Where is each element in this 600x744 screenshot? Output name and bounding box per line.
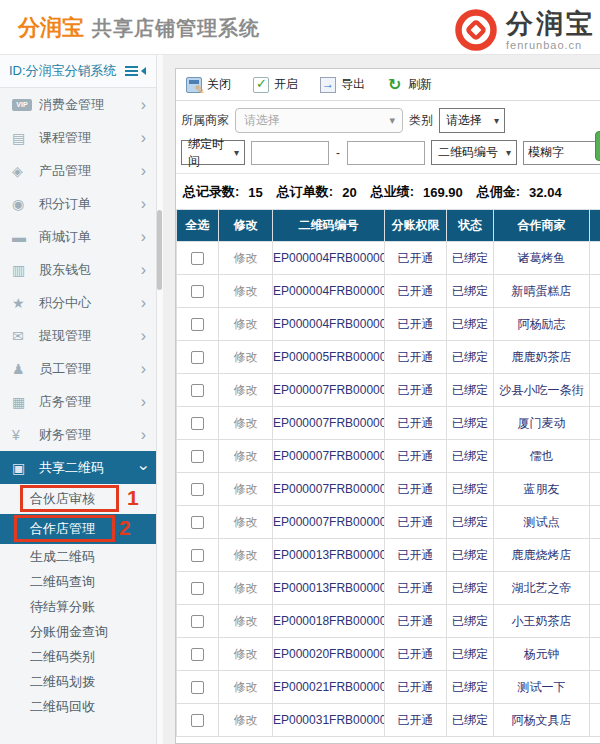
sidebar-header: ID:分润宝分销系统 [0,55,156,88]
sidebar-item-label: 积分订单 [39,195,141,213]
row-checkbox[interactable] [191,714,204,727]
permission-status: 已开通 [385,473,447,506]
sidebar-item-points-center[interactable]: ★积分中心› [0,286,156,319]
sidebar-subitem-qrcode-recycle[interactable]: 二维码回收 [0,694,156,719]
checkbox-cell [177,539,219,572]
row-checkbox[interactable] [191,615,204,628]
export-button[interactable]: 导出 [320,76,365,93]
row-checkbox[interactable] [191,450,204,463]
sidebar-subitem-coop-store-manage[interactable]: 合作店管理2 [0,514,156,544]
sidebar-subitem-partner-store-audit[interactable]: 合伙店审核1 [0,484,156,514]
edit-link[interactable]: 修改 [234,416,258,430]
sidebar-item-product[interactable]: ◈产品管理› [0,154,156,187]
sidebar-subitem-pending-settlement[interactable]: 待结算分账 [0,594,156,619]
search-button[interactable] [595,131,600,161]
time-type-select[interactable]: 绑定时间 ▾ [181,140,245,165]
sidebar-item-points-order[interactable]: ◉积分订单› [0,187,156,220]
edit-link[interactable]: 修改 [234,482,258,496]
edit-link[interactable]: 修改 [234,713,258,727]
open-button[interactable]: 开启 [253,76,298,93]
sidebar-item-mall-order[interactable]: ▬商城订单› [0,220,156,253]
refresh-button[interactable]: 刷新 [387,76,432,93]
sidebar-subitem-qrcode-query[interactable]: 二维码查询 [0,569,156,594]
qrcode-number: EP000020FRB0000010 [273,638,385,671]
sidebar-subitem-label: 二维码划拨 [30,673,95,691]
edit-link[interactable]: 修改 [234,383,258,397]
row-checkbox[interactable] [191,384,204,397]
annotation-number: 2 [119,516,131,540]
table-row: 修改EP000007FRB0000005已开通已绑定测试点 [177,506,600,539]
qrcode-number: EP000004FRB0000002 [273,275,385,308]
sidebar-item-shareholder-wallet[interactable]: ▥股东钱包› [0,253,156,286]
sidebar-item-shared-qrcode[interactable]: ▣共享二维码› [0,451,156,484]
staff-icon: ♟ [12,361,32,377]
sidebar-subitem-label: 二维码回收 [30,698,95,716]
refresh-icon [387,77,403,93]
edit-link[interactable]: 修改 [234,647,258,661]
category-select[interactable]: 请选择 ▾ [439,108,505,133]
edit-cell: 修改 [219,638,273,671]
sidebar-item-finance[interactable]: ¥财务管理› [0,418,156,451]
row-checkbox[interactable] [191,351,204,364]
row-checkbox[interactable] [191,549,204,562]
orders-value: 20 [342,185,356,200]
coin-logo-icon [454,8,498,52]
row-checkbox[interactable] [191,681,204,694]
edit-link[interactable]: 修改 [234,581,258,595]
column-header: 分账权限 [385,210,447,242]
edit-link[interactable]: 修改 [234,350,258,364]
sidebar-subitem-label: 二维码类别 [30,648,95,666]
edit-link[interactable]: 修改 [234,680,258,694]
sidebar-subitem-qrcode-transfer[interactable]: 二维码划拨 [0,669,156,694]
edit-link[interactable]: 修改 [234,317,258,331]
store-icon: ▦ [12,394,32,410]
row-checkbox[interactable] [191,318,204,331]
edit-link[interactable]: 修改 [234,284,258,298]
table-row: 修改EP000018FRB0000001已开通已绑定小王奶茶店 [177,605,600,638]
edit-link[interactable]: 修改 [234,548,258,562]
sidebar-subitem-qrcode-category[interactable]: 二维码类别 [0,644,156,669]
edit-link[interactable]: 修改 [234,515,258,529]
table-row: 修改EP000013FRB0000001已开通已绑定鹿鹿烧烤店 [177,539,600,572]
permission-status: 已开通 [385,341,447,374]
edit-link[interactable]: 修改 [234,449,258,463]
date-from-input[interactable] [251,141,329,165]
row-checkbox[interactable] [191,417,204,430]
sidebar-subitem-generate-qrcode[interactable]: 生成二维码 [0,544,156,569]
table-row: 修改EP000005FRB0000001已开通已绑定鹿鹿奶茶店 [177,341,600,374]
merchant-name: 鹿鹿烧烤店 [494,539,590,572]
dropdown-arrow-icon: ▾ [382,114,402,127]
date-to-input[interactable] [347,141,425,165]
merchant-name: 厦门麦动 [494,407,590,440]
hamburger-icon [125,66,138,76]
qrcode-number: EP000007FRB0000003 [273,440,385,473]
chevron-down-icon: › [135,465,151,470]
sidebar-item-staff[interactable]: ♟员工管理› [0,352,156,385]
table-row: 修改EP000021FRB0000001已开通已绑定测试一下 [177,671,600,704]
row-checkbox[interactable] [191,483,204,496]
code-field-select[interactable]: 二维码编号 ▾ [431,140,517,165]
sidebar-item-store[interactable]: ▦店务管理› [0,385,156,418]
edit-link[interactable]: 修改 [234,251,258,265]
scrollbar-thumb[interactable] [157,210,162,290]
row-checkbox[interactable] [191,252,204,265]
qrcode-number: EP000007FRB0000004 [273,473,385,506]
sidebar-item-course[interactable]: ▤课程管理› [0,121,156,154]
edit-link[interactable]: 修改 [234,614,258,628]
row-checkbox[interactable] [191,582,204,595]
sidebar-item-label: 产品管理 [39,162,141,180]
row-checkbox[interactable] [191,285,204,298]
merchant-select[interactable]: 请选择 ▾ [235,108,403,133]
close-button[interactable]: 关闭 [186,76,231,93]
sidebar-item-consume-fund[interactable]: VIP消费金管理› [0,88,156,121]
row-checkbox[interactable] [191,648,204,661]
checkbox-cell [177,671,219,704]
sidebar-subitem-commission-query[interactable]: 分账佣金查询 [0,619,156,644]
sidebar-item-label: 财务管理 [39,426,141,444]
merchant-name: 杨元钟 [494,638,590,671]
sidebar-item-withdraw[interactable]: ✉提现管理› [0,319,156,352]
sidebar-toggle-icon[interactable] [125,66,146,76]
row-checkbox[interactable] [191,516,204,529]
keyword-input[interactable] [523,141,600,165]
toolbar-button-label: 导出 [341,76,365,93]
